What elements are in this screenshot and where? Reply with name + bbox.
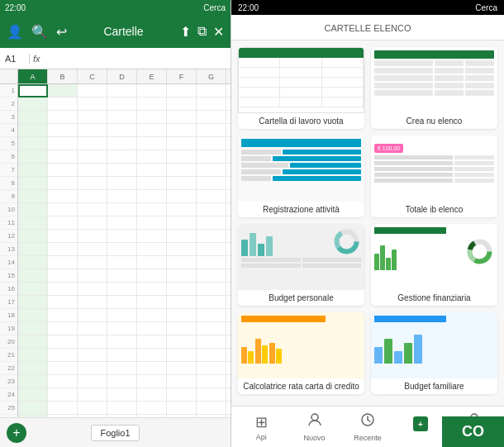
table-row: 26 xyxy=(0,415,231,417)
template-budget-pers[interactable]: Budget personale xyxy=(238,224,364,306)
table-row: 13 xyxy=(0,243,231,256)
carrier-left: Cerca xyxy=(203,3,226,12)
spreadsheet-area: A B C D E F G H 1 xyxy=(0,69,231,417)
table-row: 2 xyxy=(0,97,231,111)
table-row: 15 xyxy=(0,269,231,283)
nav-label-nuovo: Nuovo xyxy=(304,434,326,442)
cell-f1[interactable] xyxy=(167,84,197,97)
template-thumb-list xyxy=(371,47,497,113)
template-label-totale: Totale ib elenco xyxy=(371,202,497,217)
header-title: CARTELLE ELENCO xyxy=(325,23,411,33)
table-row: 25 xyxy=(0,402,231,415)
condividi-icon: + xyxy=(411,415,430,437)
table-row: 20 xyxy=(0,335,231,349)
nav-item-condividi[interactable]: + xyxy=(394,411,447,442)
toolbar-right-icons: ⬆ ⧉ ✕ xyxy=(180,24,224,40)
share-icon[interactable]: ⬆ xyxy=(180,24,191,40)
fx-icon: fx xyxy=(33,54,40,64)
col-header-g[interactable]: G xyxy=(197,69,226,83)
template-activity[interactable]: Registrazione attività xyxy=(238,136,364,217)
table-row: 24 xyxy=(0,388,231,402)
template-label-blank: Cartella di lavoro vuota xyxy=(238,113,364,129)
table-row: 22 xyxy=(0,362,231,375)
toolbar-left-icons: 👤 🔍 ↩ xyxy=(7,24,67,40)
sheet-tab[interactable]: Foglio1 xyxy=(91,425,139,441)
template-budget-fam[interactable]: Budget familiare xyxy=(371,312,497,394)
cell-h1[interactable] xyxy=(226,84,231,97)
template-thumb-totale: € 100,00 xyxy=(371,136,497,202)
table-row: 14 xyxy=(0,256,231,269)
table-row: 6 xyxy=(0,150,231,164)
svg-text:+: + xyxy=(419,420,424,429)
template-label-budget-fam: Budget familiare xyxy=(371,378,497,394)
formula-bar: A1 fx xyxy=(0,48,231,69)
cell-d1[interactable] xyxy=(107,84,137,97)
table-row: 21 xyxy=(0,349,231,362)
nuovo-icon xyxy=(307,411,323,432)
rows-container: 1 2 3 4 5 6 7 8 9 10 xyxy=(0,84,231,417)
table-row: 11 xyxy=(0,216,231,230)
time-left: 22:00 xyxy=(5,3,26,12)
cell-b1[interactable] xyxy=(48,84,78,97)
template-blank[interactable]: Cartella di lavoro vuota xyxy=(238,47,364,129)
template-label-gestione: Gestione finanziaria xyxy=(371,290,497,306)
cell-c1[interactable] xyxy=(78,84,107,97)
copy-icon[interactable]: ⧉ xyxy=(197,24,207,39)
table-row: 18 xyxy=(0,309,231,322)
time-right: 22:00 xyxy=(238,3,259,12)
nav-item-nuovo[interactable]: Nuovo xyxy=(288,408,340,445)
table-row: 1 xyxy=(0,84,231,97)
templates-scroll[interactable]: Cartella di lavoro vuota Crea nu elenco xyxy=(231,40,504,406)
col-header-d[interactable]: D xyxy=(107,69,137,83)
cell-a1[interactable] xyxy=(18,84,48,97)
bottom-nav: ⊞ Api Nuovo Recente xyxy=(231,406,504,447)
row-num-1: 1 xyxy=(0,84,18,97)
table-row: 4 xyxy=(0,124,231,137)
col-header-h[interactable]: H xyxy=(226,69,231,83)
col-header-e[interactable]: E xyxy=(137,69,167,83)
table-row: 23 xyxy=(0,375,231,388)
template-thumb-budget-pers xyxy=(238,224,364,290)
status-bar-left: 22:00 Cerca xyxy=(0,0,231,15)
template-thumb-blank xyxy=(238,47,364,113)
col-header-a[interactable]: A xyxy=(18,69,48,83)
nav-item-recente[interactable]: Recente xyxy=(341,408,394,445)
table-row: 8 xyxy=(0,177,231,190)
add-sheet-button[interactable]: + xyxy=(7,423,26,443)
col-header-f[interactable]: F xyxy=(167,69,197,83)
template-label-credit: Calcolatrice rata carta di credito xyxy=(238,378,364,394)
template-totale[interactable]: € 100,00 Totale ib elenco xyxy=(371,136,497,217)
co-badge: CO xyxy=(442,416,504,447)
close-icon[interactable]: ✕ xyxy=(213,24,224,40)
template-thumb-gestione xyxy=(371,224,497,290)
app-title: Cartelle xyxy=(103,25,143,38)
right-panel: 22:00 Cerca CARTELLE ELENCO Cart xyxy=(231,0,504,447)
bottom-bar-left: + Foglio1 xyxy=(0,417,231,447)
spreadsheet-grid: A B C D E F G H 1 xyxy=(0,69,231,417)
cell-reference: A1 xyxy=(5,54,30,64)
person-icon[interactable]: 👤 xyxy=(7,24,23,40)
template-thumb-budget-fam xyxy=(371,312,497,378)
table-row: 16 xyxy=(0,283,231,296)
left-panel: 22:00 Cerca 👤 🔍 ↩ Cartelle ⬆ ⧉ ✕ A1 fx A… xyxy=(0,0,231,447)
search-icon[interactable]: 🔍 xyxy=(31,24,48,40)
template-thumb-activity xyxy=(238,136,364,202)
undo-icon[interactable]: ↩ xyxy=(56,24,67,40)
template-credit[interactable]: Calcolatrice rata carta di credito xyxy=(238,312,364,394)
col-header-c[interactable]: C xyxy=(78,69,107,83)
nav-label-recente: Recente xyxy=(354,434,382,442)
table-row: 17 xyxy=(0,296,231,309)
nav-item-api[interactable]: ⊞ Api xyxy=(235,410,288,445)
col-header-b[interactable]: B xyxy=(48,69,78,83)
template-gestione[interactable]: Gestione finanziaria xyxy=(371,224,497,306)
table-row: 19 xyxy=(0,322,231,335)
table-row: 12 xyxy=(0,230,231,243)
toolbar-left: 👤 🔍 ↩ Cartelle ⬆ ⧉ ✕ xyxy=(0,15,231,48)
table-row: 7 xyxy=(0,164,231,177)
template-list[interactable]: Crea nu elenco xyxy=(371,47,497,129)
cell-g1[interactable] xyxy=(197,84,226,97)
svg-point-7 xyxy=(311,414,318,421)
carrier-right: Cerca xyxy=(475,3,497,12)
template-label-budget-pers: Budget personale xyxy=(238,290,364,306)
cell-e1[interactable] xyxy=(137,84,167,97)
